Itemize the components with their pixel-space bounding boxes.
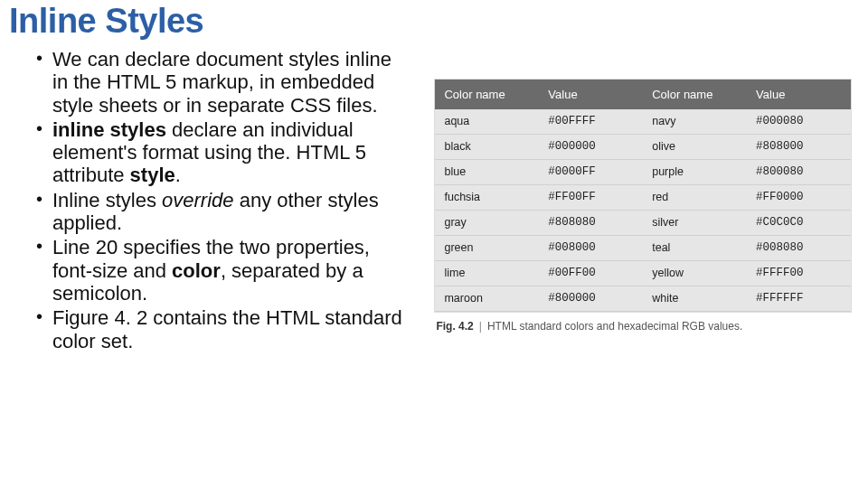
table-row: maroon#800000white#FFFFFF: [435, 286, 851, 312]
color-table-wrap: Color name Value Color name Value aqua#0…: [434, 79, 852, 313]
color-value: #008080: [747, 236, 851, 261]
color-name: fuchsia: [435, 185, 539, 211]
color-name: red: [643, 185, 747, 211]
color-value: #000080: [747, 109, 851, 135]
color-table: Color name Value Color name Value aqua#0…: [435, 80, 851, 312]
table-row: aqua#00FFFFnavy#000080: [435, 109, 851, 135]
color-name: purple: [643, 160, 747, 185]
slide-title: Inline Styles: [0, 0, 868, 48]
bullet-list: We can declare document styles inline in…: [36, 48, 409, 352]
bullet-1: We can declare document styles inline in…: [36, 48, 409, 117]
color-value: #FF0000: [747, 185, 851, 211]
color-value: #C0C0C0: [747, 211, 851, 236]
color-value: #FFFFFF: [747, 286, 851, 312]
bullet-2: inline styles declare an individual elem…: [36, 118, 409, 187]
caption-separator: |: [474, 320, 487, 333]
bullet-4: Line 20 specifies the two properties, fo…: [36, 236, 409, 305]
table-row: blue#0000FFpurple#800080: [435, 160, 851, 185]
color-value: #000000: [539, 135, 643, 160]
color-name: teal: [643, 236, 747, 261]
bullet-4-bold: color: [172, 259, 221, 282]
bullet-5: Figure 4. 2 contains the HTML standard c…: [36, 306, 409, 352]
slide: Inline Styles We can declare document st…: [0, 0, 868, 488]
color-name: white: [643, 286, 747, 312]
figure-number: Fig. 4.2: [436, 320, 473, 333]
color-value: #FF00FF: [539, 185, 643, 211]
bullet-3-a: Inline styles: [52, 189, 162, 211]
color-name: blue: [435, 160, 539, 185]
table-row: lime#00FF00yellow#FFFF00: [435, 261, 851, 286]
table-row: black#000000olive#808000: [435, 135, 851, 160]
color-name: lime: [435, 261, 539, 286]
table-row: gray#808080silver#C0C0C0: [435, 211, 851, 236]
table-header-row: Color name Value Color name Value: [435, 80, 851, 109]
color-name: green: [435, 236, 539, 261]
th-colorname-2: Color name: [643, 80, 747, 109]
color-value: #008000: [539, 236, 643, 261]
table-body: aqua#00FFFFnavy#000080 black#000000olive…: [435, 109, 851, 312]
color-value: #0000FF: [539, 160, 643, 185]
bullet-2-end: .: [175, 164, 181, 186]
color-value: #00FF00: [539, 261, 643, 286]
color-name: yellow: [643, 261, 747, 286]
th-colorname-1: Color name: [435, 80, 539, 109]
color-value: #800000: [539, 286, 643, 312]
th-value-2: Value: [747, 80, 851, 109]
bullet-5-text: Figure 4. 2 contains the HTML standard c…: [52, 306, 402, 352]
color-name: navy: [643, 109, 747, 135]
th-value-1: Value: [539, 80, 643, 109]
color-name: black: [435, 135, 539, 160]
color-value: #808000: [747, 135, 851, 160]
color-value: #800080: [747, 160, 851, 185]
color-value: #808080: [539, 211, 643, 236]
bullet-2-bold1: inline styles: [52, 118, 166, 141]
color-name: silver: [643, 211, 747, 236]
figure-caption-text: HTML standard colors and hexadecimal RGB…: [487, 320, 742, 333]
table-row: green#008000teal#008080: [435, 236, 851, 261]
figure-column: Color name Value Color name Value aqua#0…: [434, 48, 852, 354]
color-name: gray: [435, 211, 539, 236]
color-value: #00FFFF: [539, 109, 643, 135]
table-row: fuchsia#FF00FFred#FF0000: [435, 185, 851, 211]
bullet-3-ital: override: [162, 189, 233, 211]
color-name: olive: [643, 135, 747, 160]
color-value: #FFFF00: [747, 261, 851, 286]
bullet-1-text: We can declare document styles inline in…: [52, 48, 392, 117]
bullet-3: Inline styles override any other styles …: [36, 189, 409, 235]
bullet-2-bold2: style: [130, 164, 175, 186]
color-name: maroon: [435, 286, 539, 312]
bullet-column: We can declare document styles inline in…: [36, 48, 409, 354]
figure-caption: Fig. 4.2|HTML standard colors and hexade…: [434, 313, 852, 333]
content-columns: We can declare document styles inline in…: [0, 48, 868, 354]
color-name: aqua: [435, 109, 539, 135]
